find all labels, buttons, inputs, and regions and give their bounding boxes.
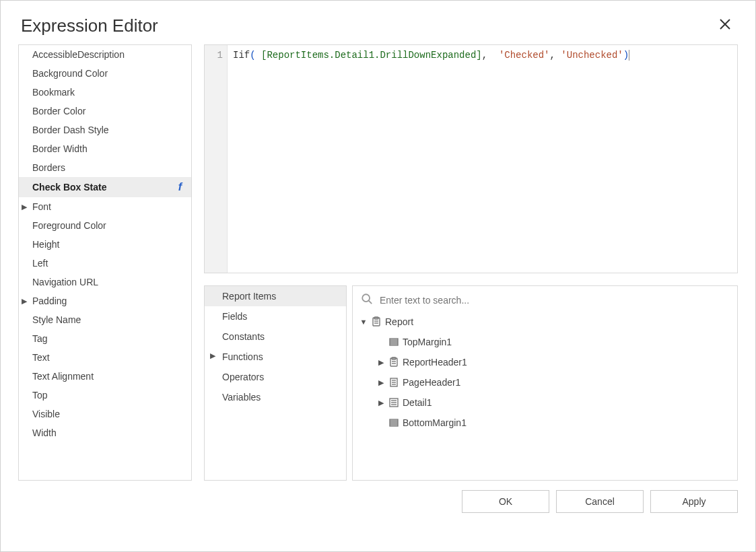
category-label: Operators — [222, 372, 264, 382]
property-item[interactable]: Width — [19, 423, 191, 442]
property-item[interactable]: Border Width — [19, 139, 191, 158]
tree-row[interactable]: ▼Report — [359, 312, 730, 332]
tree-row[interactable]: ▶ReportHeader1 — [359, 352, 730, 372]
category-item[interactable]: Report Items — [205, 286, 346, 306]
code-paren-open: ( — [250, 50, 255, 61]
property-label: AccessibleDescription — [32, 49, 125, 60]
close-icon — [719, 18, 731, 30]
code-string: 'Checked' — [499, 50, 550, 61]
report-items-tree[interactable]: ▼ReportTopMargin1▶ReportHeader1▶PageHead… — [359, 312, 730, 433]
property-label: Check Box State — [32, 182, 106, 193]
property-item[interactable]: Background Color — [19, 64, 191, 83]
chevron-right-icon[interactable]: ▶ — [377, 378, 385, 387]
category-item[interactable]: Variables — [205, 387, 346, 407]
chevron-down-icon[interactable]: ▼ — [359, 318, 368, 326]
property-label: Top — [32, 390, 48, 401]
property-item[interactable]: Border Dash Style — [19, 120, 191, 139]
items-tree-panel: ▼ReportTopMargin1▶ReportHeader1▶PageHead… — [352, 285, 738, 481]
margin-icon — [388, 337, 399, 347]
ok-button[interactable]: OK — [462, 490, 549, 513]
titlebar: Expression Editor — [1, 1, 755, 44]
property-label: Tag — [32, 333, 48, 344]
tree-label: BottomMargin1 — [403, 417, 467, 428]
chevron-right-icon: ▶ — [22, 203, 27, 211]
margin-icon — [388, 417, 399, 428]
category-label: Fields — [222, 311, 247, 322]
property-list[interactable]: AccessibleDescriptionBackground ColorBoo… — [18, 44, 192, 481]
property-item[interactable]: Border Color — [19, 102, 191, 120]
property-label: Border Width — [32, 143, 88, 154]
clipboard-icon — [371, 316, 382, 327]
property-label: Height — [32, 239, 59, 250]
tree-label: PageHeader1 — [403, 377, 460, 388]
property-item[interactable]: Height — [19, 235, 191, 254]
property-label: Text — [32, 352, 50, 363]
property-item[interactable]: AccessibleDescription — [19, 45, 191, 64]
tree-row[interactable]: TopMargin1 — [359, 332, 730, 352]
property-item[interactable]: Top — [19, 386, 191, 405]
property-item[interactable]: Left — [19, 254, 191, 273]
property-item[interactable]: Visible — [19, 405, 191, 423]
category-item[interactable]: Fields — [205, 306, 346, 326]
property-item[interactable]: Style Name — [19, 310, 191, 329]
property-label: Borders — [32, 162, 65, 173]
close-button[interactable] — [715, 14, 735, 38]
tree-row[interactable]: ▶PageHeader1 — [359, 372, 730, 392]
code-paren-close: ) — [623, 50, 629, 61]
property-item[interactable]: Check Box Statef — [19, 177, 191, 197]
category-item[interactable]: ▶Functions — [205, 347, 346, 367]
line-number: 1 — [205, 49, 223, 61]
tree-label: Report — [385, 316, 413, 327]
property-label: Border Dash Style — [32, 125, 109, 135]
property-label: Padding — [32, 296, 67, 306]
apply-button[interactable]: Apply — [650, 490, 738, 513]
property-item[interactable]: Borders — [19, 158, 191, 177]
property-label: Width — [32, 427, 57, 438]
code-function: Iif — [233, 50, 250, 61]
category-item[interactable]: Constants — [205, 326, 346, 347]
tree-label: TopMargin1 — [403, 337, 452, 347]
code-content[interactable]: Iif( [ReportItems.Detail1.DrillDownExpan… — [228, 45, 635, 273]
cancel-button[interactable]: Cancel — [556, 490, 644, 513]
detail-icon — [388, 397, 399, 408]
code-gutter: 1 — [205, 45, 228, 273]
property-label: Bookmark — [32, 87, 75, 98]
property-label: Left — [32, 258, 48, 269]
property-label: Background Color — [32, 68, 108, 79]
category-label: Functions — [222, 351, 263, 362]
search-icon — [361, 293, 373, 308]
category-item[interactable]: Operators — [205, 367, 346, 387]
property-label: Text Alignment — [32, 371, 94, 382]
expression-code-editor[interactable]: 1 Iif( [ReportItems.Detail1.DrillDownExp… — [204, 44, 738, 273]
chevron-right-icon[interactable]: ▶ — [377, 358, 385, 367]
property-item[interactable]: ▶Font — [19, 197, 191, 216]
property-item[interactable]: Navigation URL — [19, 273, 191, 291]
tree-row[interactable]: ▶Detail1 — [359, 392, 730, 413]
text-cursor — [629, 50, 629, 61]
dialog-title: Expression Editor — [21, 15, 158, 36]
category-list[interactable]: Report ItemsFieldsConstants▶FunctionsOpe… — [204, 285, 347, 481]
category-label: Variables — [222, 392, 261, 403]
category-label: Report Items — [222, 291, 276, 302]
property-label: Navigation URL — [32, 277, 98, 287]
dialog-buttons: OK Cancel Apply — [1, 481, 755, 513]
property-label: Font — [32, 201, 51, 212]
property-item[interactable]: ▶Padding — [19, 291, 191, 310]
tree-label: Detail1 — [403, 397, 432, 408]
chevron-right-icon: ▶ — [22, 297, 27, 306]
property-label: Foreground Color — [32, 220, 106, 231]
expression-editor-dialog: Expression Editor AccessibleDescriptionB… — [0, 0, 756, 552]
svg-line-3 — [369, 301, 372, 304]
search-input[interactable] — [378, 294, 729, 306]
property-item[interactable]: Tag — [19, 329, 191, 348]
property-label: Border Color — [32, 106, 85, 116]
tree-label: ReportHeader1 — [403, 357, 467, 368]
property-item[interactable]: Bookmark — [19, 83, 191, 102]
property-item[interactable]: Text Alignment — [19, 367, 191, 386]
clipboard-icon — [388, 357, 399, 368]
tree-row[interactable]: BottomMargin1 — [359, 413, 730, 433]
property-item[interactable]: Text — [19, 348, 191, 367]
search-row — [359, 290, 730, 312]
property-item[interactable]: Foreground Color — [19, 216, 191, 235]
chevron-right-icon[interactable]: ▶ — [377, 399, 385, 407]
